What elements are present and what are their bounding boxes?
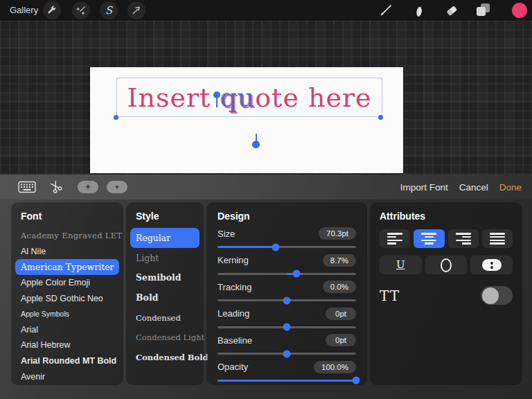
align-right-button[interactable] [448, 229, 479, 248]
baseline-slider-row: Baseline0pt [218, 332, 356, 359]
color-swatch-button[interactable] [512, 3, 527, 18]
slider-thumb[interactable] [283, 323, 291, 331]
top-toolbar: Gallery S [0, 0, 532, 21]
adjustments-button[interactable] [72, 1, 90, 19]
kerning-slider-row: Kerning8.7% [218, 252, 356, 279]
capitalization-toggle[interactable] [481, 286, 513, 305]
canvas-text[interactable]: Insert quote here [127, 85, 371, 111]
font-item[interactable]: Al Nile [21, 244, 114, 260]
chevron-down-icon: ▼ [114, 184, 120, 190]
selection-button[interactable]: S [100, 1, 118, 19]
font-list[interactable]: Academy Engraved LET Al Nile American Ty… [21, 228, 114, 384]
attributes-panel-header: Attributes [380, 211, 513, 222]
smudge-tool-button[interactable] [411, 2, 427, 19]
opacity-slider[interactable] [218, 376, 356, 385]
font-item[interactable]: Apple SD Gothic Neo [21, 290, 114, 306]
underline-icon: U [396, 260, 405, 270]
leading-label: Leading [218, 308, 249, 319]
outline-icon [441, 258, 452, 272]
align-justify-icon [490, 233, 505, 244]
tracking-value[interactable]: 0.0% [323, 281, 356, 293]
tracking-slider[interactable] [218, 296, 356, 305]
selection-s-icon: S [105, 6, 112, 16]
capitalization-row: TT [380, 286, 513, 305]
style-item[interactable]: Bold [136, 287, 194, 308]
text-run-after: ote here [255, 82, 371, 113]
text-run-selected: qu [220, 82, 255, 113]
style-item[interactable]: Condensed [136, 308, 194, 328]
align-left-icon [387, 233, 402, 244]
kerning-label: Kerning [218, 255, 249, 265]
import-font-button[interactable]: Import Font [400, 182, 448, 193]
font-item[interactable]: Arial Rounded MT Bold [21, 353, 114, 369]
outline-button[interactable] [425, 256, 468, 274]
baseline-value[interactable]: 0pt [326, 334, 356, 346]
cursor-start-handle[interactable] [213, 91, 220, 98]
layers-button[interactable] [475, 2, 492, 19]
style-panel-header: Style [136, 211, 194, 222]
size-slider[interactable] [218, 242, 356, 251]
style-item[interactable]: Light [136, 248, 194, 268]
style-list[interactable]: Regular Light Semibold Bold Condensed Co… [136, 228, 194, 368]
style-item[interactable]: Condensed Light [136, 328, 194, 348]
slider-thumb[interactable] [283, 350, 291, 357]
eraser-icon [444, 3, 459, 18]
selection-right-handle[interactable] [378, 115, 383, 120]
font-item[interactable]: Arial [21, 322, 114, 338]
collapse-button[interactable]: ▼ [107, 181, 127, 193]
vertical-text-button[interactable] [470, 256, 513, 274]
size-label: Size [218, 229, 235, 239]
cursor-end-handle[interactable] [252, 141, 260, 148]
align-justify-button[interactable] [482, 229, 513, 248]
font-item[interactable]: Academy Engraved LET [21, 228, 114, 244]
style-item[interactable]: Condensed Bold [136, 348, 194, 368]
tracking-slider-row: Tracking0.0% [218, 278, 356, 305]
font-item[interactable]: Apple Color Emoji [21, 275, 114, 291]
style-panel: Style Regular Light Semibold Bold Conden… [126, 202, 204, 385]
brush-tool-button[interactable] [378, 2, 394, 19]
cancel-button[interactable]: Cancel [459, 182, 488, 193]
done-button[interactable]: Done [499, 182, 522, 193]
add-text-button[interactable]: + [78, 181, 98, 193]
font-item[interactable]: Avenir [21, 369, 114, 384]
text-selection-box[interactable]: Insert quote here [116, 78, 382, 117]
kerning-value[interactable]: 8.7% [323, 254, 356, 267]
text-edit-toolbar: + ▼ Import Font Cancel Done [0, 175, 532, 200]
leading-slider[interactable] [218, 323, 356, 332]
align-left-button[interactable] [380, 229, 410, 248]
toggle-knob[interactable] [482, 287, 499, 304]
font-item[interactable]: Arial Hebrew [21, 337, 114, 353]
transform-button[interactable] [127, 1, 145, 19]
slider-thumb[interactable] [293, 270, 301, 278]
opacity-label: Opacity [218, 362, 248, 372]
opacity-value[interactable]: 100.0% [314, 361, 356, 373]
font-panel: Font Academy Engraved LET Al Nile Americ… [11, 202, 123, 385]
slider-thumb[interactable] [272, 243, 280, 251]
actions-button[interactable] [43, 1, 61, 19]
baseline-slider[interactable] [218, 349, 356, 358]
font-item[interactable]: Apple Symbols [21, 306, 114, 322]
text-run-before: Insert [127, 82, 220, 113]
slider-thumb[interactable] [353, 377, 360, 384]
kerning-slider[interactable] [218, 269, 356, 278]
tracking-label: Tracking [218, 282, 251, 292]
leading-value[interactable]: 0pt [326, 308, 356, 320]
keyboard-icon [18, 181, 36, 193]
underline-button[interactable]: U [380, 256, 422, 274]
slider-thumb[interactable] [283, 296, 291, 304]
gallery-button[interactable]: Gallery [10, 0, 38, 21]
alignment-row [380, 229, 513, 248]
style-item-selected[interactable]: Regular [130, 228, 200, 248]
size-value[interactable]: 70.3pt [319, 227, 356, 240]
align-center-button[interactable] [414, 229, 444, 248]
selection-left-handle[interactable] [114, 115, 118, 120]
leading-slider-row: Leading0pt [218, 305, 356, 332]
keyboard-button[interactable] [18, 181, 36, 193]
design-panel: Design Size70.3pt Kerning8.7% Tracking0.… [206, 202, 367, 385]
text-decoration-row: U [380, 256, 513, 274]
cut-button[interactable] [48, 179, 63, 194]
eraser-tool-button[interactable] [443, 2, 460, 19]
cursor-start-line [216, 98, 218, 107]
font-item-selected[interactable]: American Typewriter [15, 259, 119, 275]
style-item[interactable]: Semibold [136, 268, 194, 288]
